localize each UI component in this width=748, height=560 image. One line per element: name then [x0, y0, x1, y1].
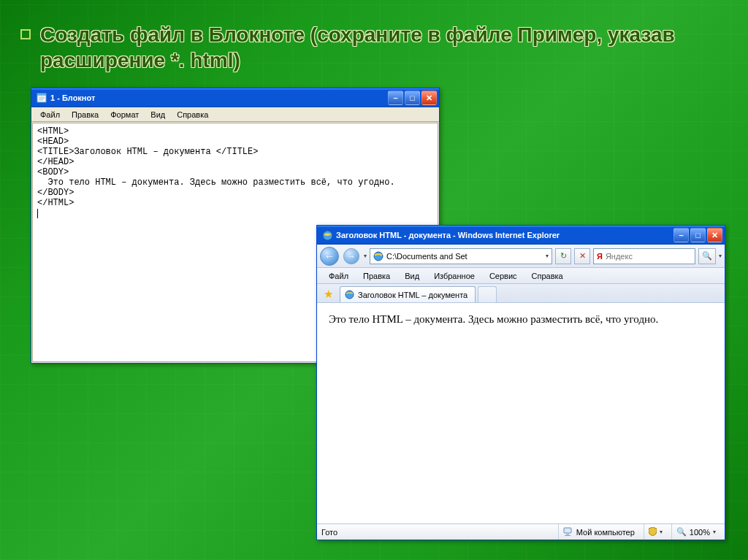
- ie-statusbar: Гото Мой компьютер ▾ 🔍 100% ▾: [317, 523, 725, 540]
- notepad-titlebar[interactable]: 1 - Блокнот – □ ✕: [31, 88, 439, 107]
- maximize-button[interactable]: □: [405, 91, 420, 105]
- text-caret: [37, 209, 38, 218]
- menu-file[interactable]: Файл: [34, 109, 66, 120]
- tab-page-icon: [345, 290, 354, 299]
- menu-edit[interactable]: Правка: [66, 109, 104, 120]
- ie-menubar: Файл Правка Вид Избранное Сервис Справка: [317, 268, 725, 284]
- menu-format[interactable]: Формат: [104, 109, 145, 120]
- new-tab-button[interactable]: [478, 286, 497, 302]
- minimize-button[interactable]: –: [673, 228, 689, 242]
- nav-history-dropdown-icon[interactable]: ▾: [364, 253, 367, 259]
- address-dropdown-icon[interactable]: ▾: [546, 253, 549, 259]
- status-zone: Мой компьютер: [558, 524, 639, 540]
- shield-icon: [649, 527, 657, 537]
- tab-label: Заголовок HTML – документа: [358, 291, 468, 299]
- ie-title-text: Заголовок HTML - документа - Windows Int…: [336, 231, 673, 239]
- notepad-icon: [36, 92, 47, 104]
- ie-page-icon: [373, 251, 383, 261]
- bullet-decor: [20, 29, 31, 39]
- refresh-button[interactable]: ↻: [555, 248, 571, 264]
- minimize-button[interactable]: –: [388, 91, 403, 105]
- ie-page-content: Это тело HTML – документа. Здесь можно р…: [317, 303, 725, 523]
- menu-tools[interactable]: Сервис: [482, 270, 524, 282]
- search-box[interactable]: Я: [593, 248, 695, 264]
- status-ready: Гото: [321, 528, 337, 537]
- svg-point-7: [346, 291, 354, 299]
- forward-button[interactable]: →: [343, 248, 359, 264]
- ie-tabbar: ★ Заголовок HTML – документа: [317, 284, 725, 303]
- ie-titlebar[interactable]: Заголовок HTML - документа - Windows Int…: [317, 226, 725, 245]
- stop-button[interactable]: ✕: [574, 248, 590, 264]
- svg-rect-10: [565, 535, 570, 536]
- close-button[interactable]: ✕: [421, 91, 437, 105]
- menu-help[interactable]: Справка: [171, 109, 214, 120]
- menu-view[interactable]: Вид: [145, 109, 171, 120]
- notepad-title-text: 1 - Блокнот: [50, 93, 388, 102]
- browser-tab[interactable]: Заголовок HTML – документа: [340, 286, 476, 302]
- close-button[interactable]: ✕: [707, 228, 722, 242]
- yandex-icon: Я: [597, 252, 603, 261]
- page-body-text: Это тело HTML – документа. Здесь можно р…: [329, 313, 658, 325]
- svg-rect-1: [37, 93, 46, 96]
- favorites-star-button[interactable]: ★: [320, 286, 336, 302]
- ie-nav-toolbar: ← → ▾ ▾ ↻ ✕ Я 🔍 ▾: [317, 245, 725, 268]
- notepad-menubar: Файл Правка Формат Вид Справка: [31, 107, 439, 122]
- menu-favorites[interactable]: Избранное: [427, 270, 482, 282]
- ie-icon: [321, 229, 333, 241]
- search-provider-dropdown-icon[interactable]: ▾: [719, 253, 722, 259]
- back-button[interactable]: ←: [320, 247, 339, 266]
- computer-icon: [563, 527, 573, 537]
- search-input[interactable]: [606, 252, 692, 261]
- svg-rect-8: [564, 528, 571, 533]
- status-zoom[interactable]: 🔍 100% ▾: [671, 524, 720, 540]
- ie-window: Заголовок HTML - документа - Windows Int…: [316, 225, 725, 540]
- menu-help[interactable]: Справка: [524, 270, 570, 282]
- status-protected-mode: ▾: [644, 524, 667, 540]
- search-button[interactable]: 🔍: [698, 248, 716, 264]
- address-input[interactable]: [386, 252, 543, 261]
- address-bar[interactable]: ▾: [370, 248, 552, 264]
- menu-view[interactable]: Вид: [397, 270, 427, 282]
- svg-point-6: [374, 252, 383, 261]
- menu-edit[interactable]: Правка: [356, 270, 397, 282]
- maximize-button[interactable]: □: [690, 228, 706, 242]
- zoom-icon: 🔍: [676, 527, 687, 537]
- svg-rect-9: [566, 534, 569, 535]
- menu-file[interactable]: Файл: [321, 270, 356, 282]
